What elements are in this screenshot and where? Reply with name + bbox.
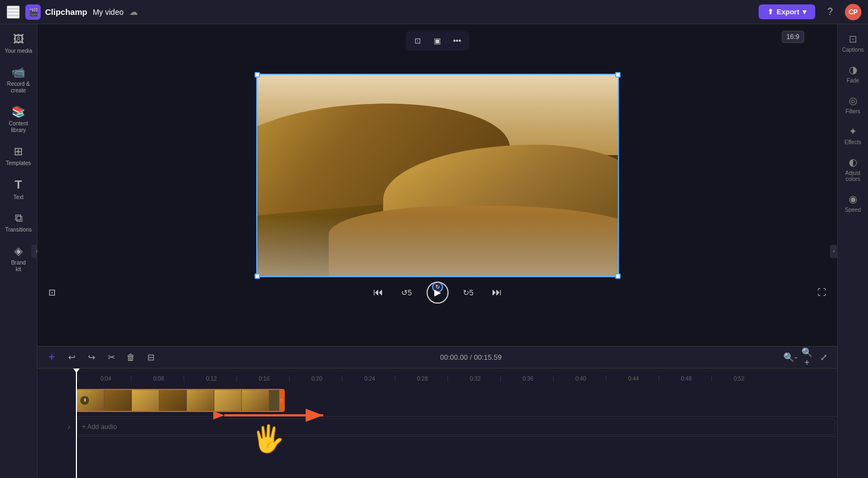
- help-button[interactable]: ?: [822, 4, 838, 20]
- effects-icon: ✦: [849, 125, 857, 138]
- video-track-row: Aerial view of desert ⏸: [76, 384, 837, 417]
- ruler-mark-012: 0:12: [184, 376, 236, 382]
- add-audio-label: + Add audio: [82, 423, 117, 431]
- fullscreen-button[interactable]: ⛶: [817, 288, 826, 298]
- resize-button[interactable]: ▣: [430, 33, 445, 48]
- sidebar-item-label-content-library: Contentlibrary: [9, 120, 28, 134]
- timeline-tracks: Aerial view of desert ⏸: [37, 384, 837, 437]
- clip-thumb-3: [132, 390, 159, 411]
- forward-5s-button[interactable]: ↻5: [460, 284, 477, 301]
- clip-thumb-7: [242, 390, 269, 411]
- sidebar-item-text[interactable]: T Text: [2, 173, 35, 205]
- caption-button[interactable]: ⊡: [48, 287, 56, 298]
- audio-track-row: ♪ + Add audio: [76, 417, 837, 437]
- left-sidebar: 🖼 Your media 📹 Record &create 📚 Contentl…: [0, 24, 37, 478]
- export-label: Export: [777, 8, 799, 16]
- sidebar-item-templates[interactable]: ⊞ Templates: [2, 140, 35, 171]
- clip-end-handle[interactable]: ⋮: [279, 390, 284, 411]
- video-clip[interactable]: Aerial view of desert ⏸: [76, 389, 285, 412]
- ruler-mark-044: 0:44: [606, 376, 659, 382]
- app-name: Clipchamp: [45, 7, 87, 17]
- speed-label: Speed: [845, 207, 861, 213]
- adjust-colors-label: Adjustcolors: [845, 170, 861, 182]
- record-create-icon: 📹: [12, 65, 25, 79]
- sidebar-item-transitions[interactable]: ⧉ Transitions: [2, 207, 35, 238]
- clip-play-icon: ⏸: [80, 396, 89, 405]
- right-sidebar-item-captions[interactable]: ⊡ Captions: [840, 29, 866, 57]
- right-sidebar-item-filters[interactable]: ◎ Filters: [840, 90, 866, 119]
- audio-track-label: ♪: [37, 423, 74, 431]
- timeline-toolbar: + ↩ ↪ ✂ 🗑 ⊟ 00:00.00 / 00:15.59 🔍- 🔍+ ⤢: [37, 347, 837, 369]
- more-options-button[interactable]: •••: [450, 33, 465, 48]
- topbar: 🎬 Clipchamp My video ☁ ⬆ Export ▾ ? CP: [0, 0, 868, 24]
- right-sidebar-item-adjust-colors[interactable]: ◐ Adjustcolors: [840, 152, 866, 186]
- captions-icon: ⊡: [849, 33, 857, 45]
- playback-controls: ⊡ ⏮ ↺5 ▶ ↻5 ⏭ ⛶: [37, 277, 837, 308]
- ruler-mark-028: 0:28: [395, 376, 447, 382]
- logo-icon: 🎬: [25, 4, 41, 20]
- center-area: ⊡ ▣ ••• 16:9: [37, 24, 837, 478]
- preview-area: ⊡ ▣ ••• 16:9: [37, 24, 837, 346]
- right-sidebar-item-fade[interactable]: ◑ Fade: [840, 59, 866, 88]
- skip-back-button[interactable]: ⏮: [369, 284, 387, 301]
- play-button[interactable]: ▶: [427, 282, 449, 304]
- clip-thumb-5: [187, 390, 214, 411]
- right-sidebar-item-speed[interactable]: ◉ Speed: [840, 189, 866, 217]
- timeline-zoom-controls: 🔍- 🔍+ ⤢: [783, 350, 831, 365]
- skip-forward-button[interactable]: ⏭: [488, 284, 506, 301]
- sidebar-item-content-library[interactable]: 📚 Contentlibrary: [2, 101, 35, 138]
- timeline-time-display: 00:00.00 / 00:15.59: [163, 353, 779, 361]
- effects-label: Effects: [844, 139, 861, 145]
- timeline-ruler: 0:04 0:08 0:12 0:16 0:20 0:24 0:28 0:32 …: [37, 369, 837, 384]
- delete-button[interactable]: 🗑: [123, 350, 139, 365]
- avatar: CP: [845, 4, 861, 20]
- transitions-icon: ⧉: [15, 212, 23, 224]
- timeline-content: 0:04 0:08 0:12 0:16 0:20 0:24 0:28 0:32 …: [37, 369, 837, 478]
- content-library-icon: 📚: [12, 105, 25, 118]
- undo-button[interactable]: ↩: [64, 350, 79, 365]
- rewind-5s-button[interactable]: ↺5: [398, 284, 416, 301]
- add-media-button[interactable]: +: [44, 350, 59, 365]
- logo-area: 🎬 Clipchamp: [25, 4, 87, 20]
- export-button[interactable]: ⬆ Export ▾: [759, 4, 815, 19]
- sidebar-item-brand-kit[interactable]: ◈ Brandkit: [2, 240, 35, 277]
- sidebar-item-label-brand-kit: Brandkit: [11, 260, 26, 273]
- fit-timeline-button[interactable]: ⤢: [816, 350, 831, 365]
- topbar-left: 🎬 Clipchamp My video ☁: [7, 4, 753, 20]
- filters-label: Filters: [845, 108, 860, 114]
- sidebar-item-label-record-create: Record &create: [7, 81, 30, 94]
- sidebar-item-your-media[interactable]: 🖼 Your media: [2, 29, 35, 59]
- video-container: ↻: [256, 74, 619, 277]
- captions-label: Captions: [842, 47, 864, 53]
- video-title[interactable]: My video: [93, 8, 124, 17]
- split-button[interactable]: ⊟: [143, 350, 158, 365]
- zoom-in-button[interactable]: 🔍+: [800, 350, 814, 365]
- right-sidebar-item-effects[interactable]: ✦ Effects: [840, 121, 866, 150]
- ruler-mark-004: 0:04: [78, 376, 131, 382]
- crop-button[interactable]: ⊡: [410, 33, 425, 48]
- ruler-mark-024: 0:24: [342, 376, 395, 382]
- ruler-mark-008: 0:08: [131, 376, 184, 382]
- adjust-colors-icon: ◐: [849, 156, 858, 168]
- your-media-icon: 🖼: [13, 33, 24, 46]
- right-sidebar-collapse-button[interactable]: ‹: [830, 245, 838, 258]
- aspect-ratio-badge[interactable]: 16:9: [782, 31, 804, 43]
- right-sidebar: ⊡ Captions ◑ Fade ◎ Filters ✦ Effects ◐ …: [837, 24, 868, 478]
- playhead[interactable]: [76, 369, 77, 478]
- clip-thumb-4: [159, 390, 187, 411]
- sidebar-item-label-your-media: Your media: [4, 48, 32, 54]
- video-preview: [256, 74, 619, 277]
- sidebar-item-record-create[interactable]: 📹 Record &create: [2, 61, 35, 98]
- timeline-area: + ↩ ↪ ✂ 🗑 ⊟ 00:00.00 / 00:15.59 🔍- 🔍+ ⤢: [37, 346, 837, 478]
- menu-button[interactable]: [7, 6, 20, 19]
- brand-kit-icon: ◈: [14, 244, 23, 257]
- add-audio-button[interactable]: + Add audio: [77, 419, 835, 435]
- text-icon: T: [15, 178, 22, 192]
- zoom-out-button[interactable]: 🔍-: [783, 350, 798, 365]
- cut-button[interactable]: ✂: [103, 350, 119, 365]
- redo-button[interactable]: ↪: [84, 350, 99, 365]
- clip-thumbnail-strip: [77, 390, 269, 411]
- topbar-right: ⬆ Export ▾ ? CP: [759, 4, 861, 20]
- sidebar-item-label-templates: Templates: [6, 160, 31, 167]
- ruler-mark-048: 0:48: [659, 376, 711, 382]
